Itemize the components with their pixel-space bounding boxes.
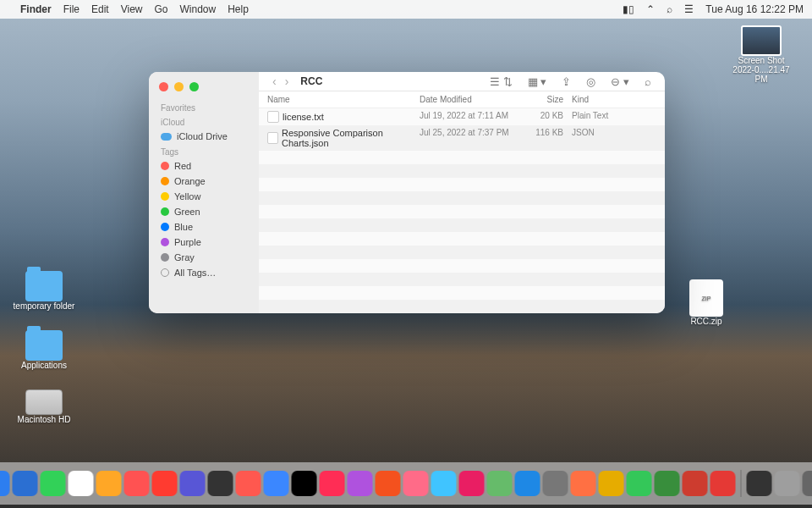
menu-go[interactable]: Go	[155, 3, 168, 15]
desktop-macintosh-hd[interactable]: Macintosh HD	[10, 389, 78, 424]
header-date[interactable]: Date Modified	[420, 95, 521, 104]
dock-app-26[interactable]	[655, 471, 680, 496]
sidebar-item-all-tags[interactable]: All Tags…	[149, 265, 259, 280]
finder-main: ‹ › RCC ☰ ⇅ ▦ ▾ ⇪ ◎ ⊖ ▾ ⌕ Name Date Modi…	[259, 72, 665, 313]
menubar-datetime[interactable]: Tue Aug 16 12:22 PM	[705, 3, 804, 15]
dock-app-7[interactable]	[124, 471, 150, 496]
sidebar-tag-purple[interactable]: Purple	[149, 235, 259, 250]
action-button[interactable]: ⊖ ▾	[607, 74, 633, 90]
dock-app-31[interactable]	[803, 471, 813, 496]
dock-app-21[interactable]	[515, 471, 540, 496]
file-list: license.txtJul 19, 2022 at 7:11 AM20 KBP…	[259, 108, 665, 313]
desktop-applications[interactable]: Applications	[10, 330, 78, 370]
image-thumbnail-icon	[741, 25, 782, 56]
menubar-right: ▮▯ ⌃ ⌕ ☰ Tue Aug 16 12:22 PM	[623, 3, 804, 15]
disk-icon	[25, 389, 63, 415]
menu-help[interactable]: Help	[228, 3, 249, 15]
dock-app-22[interactable]	[543, 471, 568, 496]
dock-app-23[interactable]	[571, 471, 596, 496]
control-center-icon[interactable]: ☰	[684, 3, 694, 15]
finder-toolbar: ‹ › RCC ☰ ⇅ ▦ ▾ ⇪ ◎ ⊖ ▾ ⌕	[259, 72, 665, 91]
battery-icon[interactable]: ▮▯	[623, 3, 634, 15]
dock-app-16[interactable]	[376, 471, 401, 496]
cloud-icon	[161, 133, 172, 141]
sidebar-section-favorites: Favorites	[149, 100, 259, 114]
dock-app-4[interactable]	[41, 471, 66, 496]
dock-app-14[interactable]	[320, 471, 345, 496]
header-name[interactable]: Name	[267, 95, 420, 104]
dock-app-3[interactable]	[13, 471, 38, 496]
tag-dot-icon	[161, 253, 169, 262]
sidebar-tag-yellow[interactable]: Yellow	[149, 189, 259, 204]
dock-app-18[interactable]	[431, 471, 457, 496]
column-headers: Name Date Modified Size Kind	[259, 91, 665, 108]
window-title: RCC	[300, 75, 322, 87]
dock	[0, 462, 812, 505]
wifi-icon[interactable]: ⌃	[646, 3, 655, 15]
view-list-button[interactable]: ☰ ⇅	[486, 74, 516, 90]
sidebar-section-tags: Tags	[149, 144, 259, 158]
menubar-left: Finder File Edit View Go Window Help	[8, 3, 249, 15]
dock-app-12[interactable]	[264, 471, 289, 496]
sidebar-tag-red[interactable]: Red	[149, 158, 259, 174]
dock-app-9[interactable]	[180, 471, 206, 496]
file-row[interactable]: license.txtJul 19, 2022 at 7:11 AM20 KBP…	[259, 108, 665, 125]
header-kind[interactable]: Kind	[572, 95, 656, 104]
folder-icon	[25, 330, 63, 361]
dock-app-15[interactable]	[348, 471, 373, 496]
search-button[interactable]: ⌕	[641, 74, 655, 90]
dock-app-5[interactable]	[69, 471, 94, 496]
dock-app-8[interactable]	[152, 471, 178, 496]
tag-dot-icon	[161, 162, 169, 170]
sidebar-tag-orange[interactable]: Orange	[149, 174, 259, 189]
file-icon	[267, 132, 278, 144]
dock-app-27[interactable]	[683, 471, 708, 496]
header-size[interactable]: Size	[521, 95, 572, 104]
tag-icon	[161, 268, 169, 277]
dock-app-29[interactable]	[747, 471, 772, 496]
dock-app-10[interactable]	[208, 471, 233, 496]
nav-forward-button[interactable]: ›	[282, 73, 293, 90]
dock-app-6[interactable]	[96, 471, 122, 496]
view-group-button[interactable]: ▦ ▾	[524, 74, 551, 90]
dock-app-24[interactable]	[599, 471, 624, 496]
menubar: Finder File Edit View Go Window Help ▮▯ …	[0, 0, 812, 19]
menu-window[interactable]: Window	[180, 3, 217, 15]
nav-back-button[interactable]: ‹	[269, 73, 280, 90]
dock-app-11[interactable]	[236, 471, 261, 496]
zip-icon: ZIP	[689, 279, 723, 317]
menu-edit[interactable]: Edit	[91, 3, 109, 15]
dock-app-17[interactable]	[403, 471, 429, 496]
dock-app-2[interactable]	[0, 471, 10, 496]
search-icon[interactable]: ⌕	[667, 3, 672, 15]
dock-app-20[interactable]	[487, 471, 513, 496]
sidebar-section-icloud: iCloud	[149, 114, 259, 129]
zoom-button[interactable]	[189, 82, 199, 91]
sidebar-tag-blue[interactable]: Blue	[149, 219, 259, 235]
menubar-app-name[interactable]: Finder	[20, 3, 52, 15]
tag-button[interactable]: ◎	[583, 74, 599, 90]
share-button[interactable]: ⇪	[558, 74, 574, 90]
sidebar-item-icloud-drive[interactable]: iCloud Drive	[149, 129, 259, 144]
folder-icon	[25, 271, 63, 301]
finder-window: Favorites iCloud iCloud Drive Tags RedOr…	[149, 72, 665, 313]
close-button[interactable]	[159, 82, 168, 91]
file-row[interactable]: Responsive Comparison Charts.jsonJul 25,…	[259, 125, 665, 151]
menu-view[interactable]: View	[121, 3, 143, 15]
sidebar-tag-green[interactable]: Green	[149, 204, 259, 219]
dock-app-13[interactable]	[292, 471, 317, 496]
menu-file[interactable]: File	[63, 3, 80, 15]
tag-dot-icon	[161, 177, 169, 185]
dock-app-25[interactable]	[627, 471, 652, 496]
dock-app-30[interactable]	[775, 471, 800, 496]
nav-buttons: ‹ ›	[269, 73, 292, 90]
desktop-temporary-folder[interactable]: temporary folder	[10, 271, 78, 311]
tag-dot-icon	[161, 207, 169, 216]
sidebar-tag-gray[interactable]: Gray	[149, 250, 259, 265]
minimize-button[interactable]	[174, 82, 184, 91]
tag-dot-icon	[161, 223, 169, 231]
dock-app-19[interactable]	[459, 471, 485, 496]
desktop-screenshot[interactable]: Screen Shot 2022-0....21.47 PM	[727, 25, 795, 84]
dock-app-28[interactable]	[710, 471, 736, 496]
desktop-rcc-zip[interactable]: ZIP RCC.zip	[672, 279, 740, 326]
